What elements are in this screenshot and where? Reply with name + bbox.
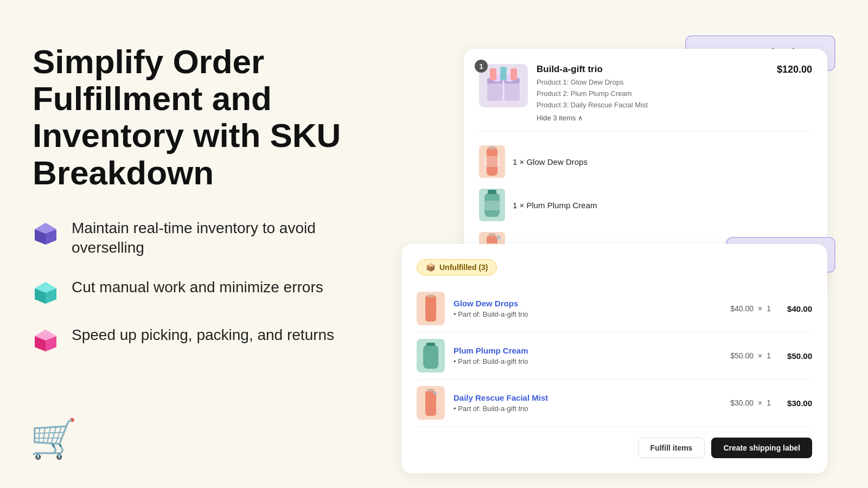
card-footer: Fulfill items Create shipping label (417, 438, 812, 458)
checkout-item-2: 1 × Plum Plump Cream (479, 183, 812, 227)
order-admin-card: 📦 Unfulfilled (3) Glow Dew Drops • Part … (401, 244, 827, 473)
order-item-price-3: $30.00 × 1 (730, 399, 771, 407)
svg-rect-38 (426, 343, 435, 346)
order-item-part-1: • Part of: Build-a-gift trio (454, 310, 722, 318)
svg-rect-32 (489, 233, 495, 236)
left-section: Simplify Order Fulfillment and Inventory… (33, 43, 369, 354)
svg-rect-24 (489, 146, 495, 150)
bundle-info: Build-a-gift trio Product 1: Glow Dew Dr… (537, 64, 768, 122)
svg-rect-40 (427, 389, 434, 391)
bundle-row: 1 Build-a-gift trio Product 1: (479, 64, 812, 122)
order-item-total-2: $50.00 (780, 351, 812, 361)
order-item-img-2 (417, 339, 445, 373)
order-item-row-1: Glow Dew Drops • Part of: Build-a-gift t… (417, 285, 812, 332)
order-item-price-1: $40.00 × 1 (730, 304, 771, 313)
cube-pink-icon (33, 328, 59, 354)
bundle-products: Product 1: Glow Dew Drops Product 2: Plu… (537, 77, 768, 111)
svg-rect-39 (425, 391, 436, 416)
feature-item-inventory: Maintain real-time inventory to avoid ov… (33, 219, 369, 258)
svg-rect-25 (484, 156, 500, 167)
unfulfilled-icon: 📦 (426, 263, 435, 272)
feature-text-picking: Speed up picking, packing, and returns (72, 325, 334, 345)
feature-text-manual: Cut manual work and minimize errors (72, 278, 323, 297)
unfulfilled-badge: 📦 Unfulfilled (3) (417, 259, 497, 275)
hide-items-toggle[interactable]: Hide 3 items ∧ (537, 114, 768, 122)
order-item-total-1: $40.00 (780, 304, 812, 313)
order-item-price-2: $50.00 × 1 (730, 351, 771, 360)
bundle-name: Build-a-gift trio (537, 64, 768, 75)
checkout-item-name-2: 1 × Plum Plump Cream (513, 201, 597, 210)
svg-rect-36 (427, 294, 434, 297)
svg-rect-29 (484, 201, 500, 210)
order-item-row-3: Daily Rescue Facial Mist • Part of: Buil… (417, 380, 812, 427)
order-item-total-3: $30.00 (780, 399, 812, 408)
feature-text-inventory: Maintain real-time inventory to avoid ov… (72, 219, 369, 258)
create-shipping-label-button[interactable]: Create shipping label (711, 438, 812, 458)
svg-rect-21 (510, 68, 517, 80)
checkout-item-name-1: 1 × Glow Dew Drops (513, 157, 588, 166)
svg-point-33 (496, 235, 501, 240)
checkout-item-1: 1 × Glow Dew Drops (479, 140, 812, 183)
bundle-price: $120.00 (777, 64, 812, 75)
order-item-info-2: Plum Plump Cream • Part of: Build-a-gift… (454, 346, 722, 365)
bundle-image-wrap: 1 (479, 64, 528, 107)
svg-rect-20 (500, 67, 507, 80)
svg-rect-19 (490, 68, 496, 80)
order-item-name-2[interactable]: Plum Plump Cream (454, 346, 722, 355)
cube-teal-icon (33, 280, 59, 306)
item-img-glow-dew (479, 145, 505, 178)
feature-item-manual: Cut manual work and minimize errors (33, 278, 369, 306)
chevron-up-icon: ∧ (578, 114, 583, 122)
unfulfilled-label: Unfulfilled (3) (439, 263, 488, 272)
order-item-img-3 (417, 386, 445, 420)
svg-rect-35 (425, 296, 436, 322)
item-img-plum-plump (479, 189, 505, 221)
cart-icon: 🛒 (30, 416, 77, 461)
svg-point-41 (433, 391, 437, 395)
svg-rect-28 (488, 190, 496, 194)
order-item-part-2: • Part of: Build-a-gift trio (454, 357, 722, 365)
cube-purple-icon (33, 221, 59, 247)
bundle-badge: 1 (475, 60, 488, 73)
svg-rect-37 (423, 345, 438, 369)
feature-list: Maintain real-time inventory to avoid ov… (33, 219, 369, 354)
order-item-img-1 (417, 292, 445, 325)
order-item-info-3: Daily Rescue Facial Mist • Part of: Buil… (454, 393, 722, 413)
order-item-name-1[interactable]: Glow Dew Drops (454, 299, 722, 308)
bundle-image (479, 64, 528, 107)
feature-item-picking: Speed up picking, packing, and returns (33, 325, 369, 354)
main-heading: Simplify Order Fulfillment and Inventory… (33, 43, 369, 191)
order-item-name-3[interactable]: Daily Rescue Facial Mist (454, 393, 722, 402)
order-item-info-1: Glow Dew Drops • Part of: Build-a-gift t… (454, 299, 722, 318)
divider (479, 131, 812, 131)
order-item-part-3: • Part of: Build-a-gift trio (454, 404, 722, 413)
fulfill-items-button[interactable]: Fulfill items (638, 438, 705, 458)
order-item-row-2: Plum Plump Cream • Part of: Build-a-gift… (417, 332, 812, 380)
